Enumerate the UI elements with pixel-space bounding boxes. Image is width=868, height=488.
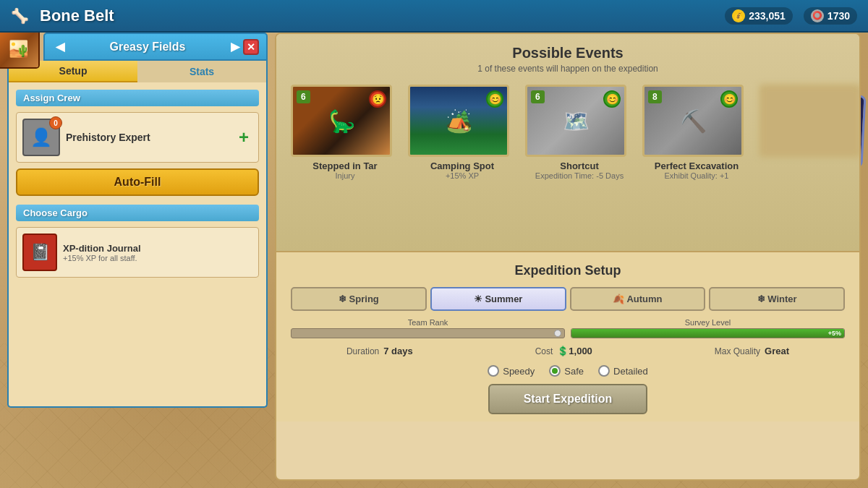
safe-radio[interactable] xyxy=(549,365,561,377)
mode-detailed[interactable]: Detailed xyxy=(598,365,648,377)
event-image-blurred xyxy=(760,85,861,157)
mode-safe[interactable]: Safe xyxy=(549,365,584,377)
duration-value: 7 days xyxy=(383,346,412,356)
event-subtitle-tar: Injury xyxy=(291,171,399,180)
top-bar: 🦴 Bone Belt 💰 233,051 ⭕ 1730 xyxy=(0,0,868,33)
survey-level-bar: Survey Level +5% xyxy=(571,318,845,338)
event-card-excavation: ⛏️ 8 😊 Perfect Excavation Exhibit Qualit… xyxy=(642,85,751,180)
survey-level-badge: +5% xyxy=(828,330,841,337)
gold-amount: 233,051 xyxy=(749,10,786,22)
cost-value: 💲1,000 xyxy=(557,346,592,356)
event-title-camp: Camping Spot xyxy=(408,160,516,171)
season-buttons: ❄ Spring ☀ Summer 🍂 Autumn ❄ Winter xyxy=(291,287,845,311)
crew-info: Prehistory Expert xyxy=(66,132,229,143)
location-thumb-image: 🏜️ xyxy=(0,30,38,67)
season-spring-button[interactable]: ❄ Spring xyxy=(291,287,427,311)
event-title-tar: Stepped in Tar xyxy=(291,160,399,171)
mode-buttons: Speedy Safe Detailed xyxy=(291,365,845,377)
cargo-desc: +15% XP for all staff. xyxy=(63,254,141,262)
event-number-shortcut: 6 xyxy=(531,90,545,103)
currency-area: 💰 233,051 ⭕ 1730 xyxy=(725,7,857,25)
event-card-blurred xyxy=(760,85,861,180)
location-header: ◀ Greasy Fields ▶ ✕ xyxy=(43,33,268,61)
event-smiley-shortcut: 😊 xyxy=(603,90,621,108)
season-winter-button[interactable]: ❄ Winter xyxy=(709,287,845,311)
auto-fill-button[interactable]: Auto-Fill xyxy=(16,168,259,196)
event-image-shortcut: 🗺️ 6 😊 xyxy=(525,85,626,157)
cost-label: Cost xyxy=(535,346,553,356)
cargo-icon: 📓 xyxy=(22,234,57,271)
event-subtitle-camp: +15% XP xyxy=(408,171,516,180)
main-content: Possible Events 1 of these events will h… xyxy=(275,33,861,481)
duration-label: Duration xyxy=(346,346,379,356)
event-number-tar: 6 xyxy=(297,90,310,103)
quality-item: Max Quality Great xyxy=(715,346,789,356)
gem-amount: 1730 xyxy=(827,10,850,22)
event-title-shortcut: Shortcut xyxy=(525,160,634,171)
location-close-button[interactable]: ✕ xyxy=(243,39,259,55)
safe-label: Safe xyxy=(564,366,584,377)
crew-member-name: Prehistory Expert xyxy=(66,132,229,143)
survey-level-fill xyxy=(571,329,844,338)
survey-level-label: Survey Level xyxy=(571,318,845,327)
event-number-excavation: 8 xyxy=(648,90,662,103)
speedy-label: Speedy xyxy=(503,366,535,377)
event-title-excavation: Perfect Excavation xyxy=(642,160,751,171)
event-subtitle-shortcut: Expedition Time: -5 Days xyxy=(525,171,634,180)
mode-speedy[interactable]: Speedy xyxy=(488,365,535,377)
cargo-info: XP-dition Journal +15% XP for all staff. xyxy=(63,243,141,262)
gold-currency: 💰 233,051 xyxy=(725,7,793,25)
location-thumbnail: 🏜️ xyxy=(0,29,40,69)
crew-section-header: Assign Crew xyxy=(16,90,259,106)
event-smiley-excavation: 😊 xyxy=(720,90,738,108)
season-autumn-button[interactable]: 🍂 Autumn xyxy=(570,287,706,311)
team-rank-track xyxy=(291,328,565,338)
cost-item: Cost 💲1,000 xyxy=(535,346,592,356)
event-card-camp: 🏕️ 😊 Camping Spot +15% XP xyxy=(408,85,516,180)
page-title: Bone Belt xyxy=(40,7,114,25)
quality-value: Great xyxy=(765,346,789,356)
event-card-tar: 🦕 6 😟 Stepped in Tar Injury xyxy=(291,85,399,180)
events-subtitle: 1 of these events will happen on the exp… xyxy=(291,64,845,74)
events-title: Possible Events xyxy=(291,45,845,61)
left-panel: 🏜️ ◀ Greasy Fields ▶ ✕ Setup Stats Assig… xyxy=(7,33,268,481)
event-image-excavation: ⛏️ 8 😊 xyxy=(642,85,744,157)
setup-title: Expedition Setup xyxy=(291,263,845,278)
quality-label: Max Quality xyxy=(715,346,760,356)
event-subtitle-excavation: Exhibit Quality: +1 xyxy=(642,171,751,180)
crew-area: 👤 0 Prehistory Expert + xyxy=(16,112,259,163)
season-summer-button[interactable]: ☀ Summer xyxy=(430,287,566,311)
start-expedition-button[interactable]: Start Expedition xyxy=(488,384,647,414)
event-card-shortcut: 🗺️ 6 😊 Shortcut Expedition Time: -5 Days xyxy=(525,85,634,180)
stat-bars: Team Rank Survey Level +5% xyxy=(291,318,845,338)
panel-body: Assign Crew 👤 0 Prehistory Expert + Auto… xyxy=(7,82,268,408)
gold-icon: 💰 xyxy=(732,9,745,22)
speedy-radio[interactable] xyxy=(488,365,499,377)
gem-icon: ⭕ xyxy=(811,9,824,22)
team-rank-bar: Team Rank xyxy=(291,318,565,338)
event-image-camp: 🏕️ 😊 xyxy=(408,85,509,157)
location-next-button[interactable]: ▶ xyxy=(227,38,243,55)
detailed-radio[interactable] xyxy=(598,365,610,377)
duration-item: Duration 7 days xyxy=(346,346,413,356)
add-crew-button[interactable]: + xyxy=(235,127,252,147)
events-section: Possible Events 1 of these events will h… xyxy=(276,34,859,251)
gem-currency: ⭕ 1730 xyxy=(804,7,857,25)
panel-tabs: Setup Stats xyxy=(7,61,268,82)
location-prev-button[interactable]: ◀ xyxy=(52,38,68,55)
team-rank-circle xyxy=(554,330,561,337)
crew-avatar: 👤 0 xyxy=(22,119,60,156)
event-image-tar: 🦕 6 😟 xyxy=(291,85,392,157)
cargo-item: 📓 XP-dition Journal +15% XP for all staf… xyxy=(16,227,259,278)
survey-level-track: +5% xyxy=(571,328,845,338)
cargo-name: XP-dition Journal xyxy=(63,243,141,254)
tab-stats[interactable]: Stats xyxy=(137,61,266,82)
team-rank-label: Team Rank xyxy=(291,318,565,327)
crew-badge: 0 xyxy=(49,116,62,129)
event-smiley-tar: 😟 xyxy=(369,90,386,108)
events-row: 🦕 6 😟 Stepped in Tar Injury 🏕️ 😊 Camping… xyxy=(291,85,845,180)
cargo-section-header: Choose Cargo xyxy=(16,205,259,221)
event-smiley-camp: 😊 xyxy=(486,90,503,108)
expedition-setup: Expedition Setup ❄ Spring ☀ Summer 🍂 Aut… xyxy=(276,251,859,421)
location-name: Greasy Fields xyxy=(68,40,227,53)
